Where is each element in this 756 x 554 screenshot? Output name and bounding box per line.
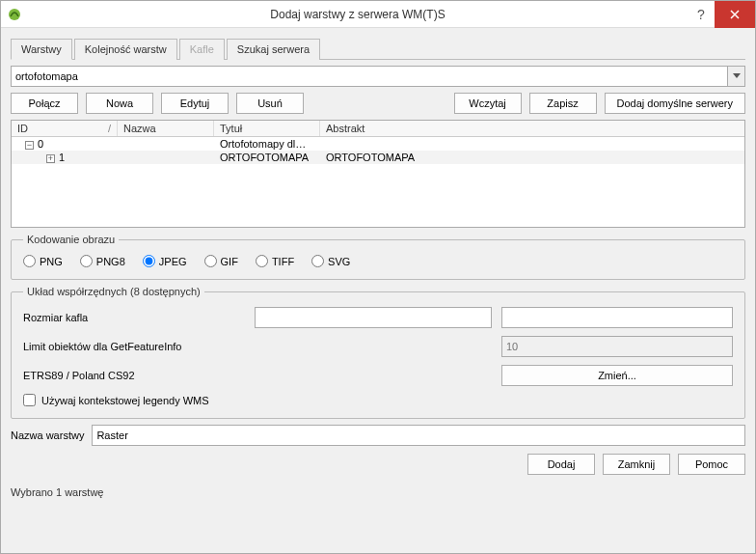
close-button[interactable]	[715, 1, 755, 28]
tab-layers[interactable]: Warstwy	[11, 39, 72, 60]
tab-search-server[interactable]: Szukaj serwera	[227, 39, 320, 60]
col-title[interactable]: Tytuł	[214, 121, 320, 136]
connect-button[interactable]: Połącz	[11, 93, 78, 114]
current-crs-label: ETRS89 / Poland CS92	[23, 370, 245, 381]
radio-svg[interactable]: SVG	[311, 255, 350, 267]
save-button[interactable]: Zapisz	[529, 93, 597, 114]
app-icon	[7, 7, 22, 22]
col-id[interactable]: ID/	[12, 121, 118, 136]
feature-limit-label: Limit obiektów dla GetFeatureInfo	[23, 341, 245, 352]
add-button[interactable]: Dodaj	[527, 454, 595, 475]
close-dialog-button[interactable]: Zamknij	[603, 454, 670, 475]
new-button[interactable]: Nowa	[86, 93, 153, 114]
combo-drop-icon[interactable]	[728, 66, 745, 87]
image-encoding-legend: Kodowanie obrazu	[23, 234, 119, 245]
layer-name-label: Nazwa warstwy	[11, 429, 84, 441]
layer-name-input[interactable]	[92, 425, 745, 446]
tile-size-label: Rozmiar kafla	[23, 312, 245, 323]
help-dialog-button[interactable]: Pomoc	[678, 454, 745, 475]
tree-collapse-icon[interactable]: −	[25, 141, 34, 150]
load-button[interactable]: Wczytaj	[454, 93, 522, 114]
tab-layer-order[interactable]: Kolejność warstw	[74, 39, 177, 60]
layer-table[interactable]: ID/ Nazwa Tytuł Abstrakt −0 Ortofotomapy…	[11, 120, 745, 228]
table-row[interactable]: +1 ORTOFOTOMAPA ORTOFOTOMAPA	[12, 151, 744, 164]
radio-gif[interactable]: GIF	[204, 255, 238, 267]
titlebar: Dodaj warstwy z serwera WM(T)S ?	[1, 1, 755, 28]
col-name[interactable]: Nazwa	[118, 121, 214, 136]
table-row[interactable]: −0 Ortofotomapy dl…	[12, 137, 744, 151]
feature-limit-input	[501, 336, 733, 357]
connection-combo[interactable]	[11, 66, 745, 87]
tabbar: Warstwy Kolejność warstw Kafle Szukaj se…	[11, 38, 745, 60]
tile-size-y-input[interactable]	[501, 307, 733, 328]
help-button[interactable]: ?	[688, 7, 715, 22]
crs-legend: Układ współrzędnych (8 dostępnych)	[23, 286, 204, 297]
col-abstract[interactable]: Abstrakt	[320, 121, 744, 136]
tree-expand-icon[interactable]: +	[46, 154, 55, 163]
crs-group: Układ współrzędnych (8 dostępnych) Rozmi…	[11, 286, 745, 419]
contextual-legend-checkbox[interactable]	[23, 394, 36, 406]
radio-png8[interactable]: PNG8	[80, 255, 125, 267]
radio-jpeg[interactable]: JPEG	[143, 255, 187, 267]
radio-tiff[interactable]: TIFF	[256, 255, 294, 267]
tab-tiles: Kafle	[179, 39, 225, 60]
radio-png[interactable]: PNG	[23, 255, 63, 267]
edit-button[interactable]: Edytuj	[161, 93, 229, 114]
tile-size-x-input[interactable]	[255, 307, 492, 328]
delete-button[interactable]: Usuń	[236, 93, 304, 114]
svg-point-0	[9, 9, 20, 20]
window-title: Dodaj warstwy z serwera WM(T)S	[28, 8, 688, 21]
change-crs-button[interactable]: Zmień...	[501, 365, 733, 386]
contextual-legend-label: Używaj kontekstowej legendy WMS	[41, 395, 209, 406]
status-text: Wybrano 1 warstwę	[11, 486, 745, 498]
add-default-servers-button[interactable]: Dodaj domyślne serwery	[605, 93, 745, 114]
connection-input[interactable]	[11, 66, 728, 87]
image-encoding-group: Kodowanie obrazu PNG PNG8 JPEG GIF TIFF …	[11, 234, 745, 280]
